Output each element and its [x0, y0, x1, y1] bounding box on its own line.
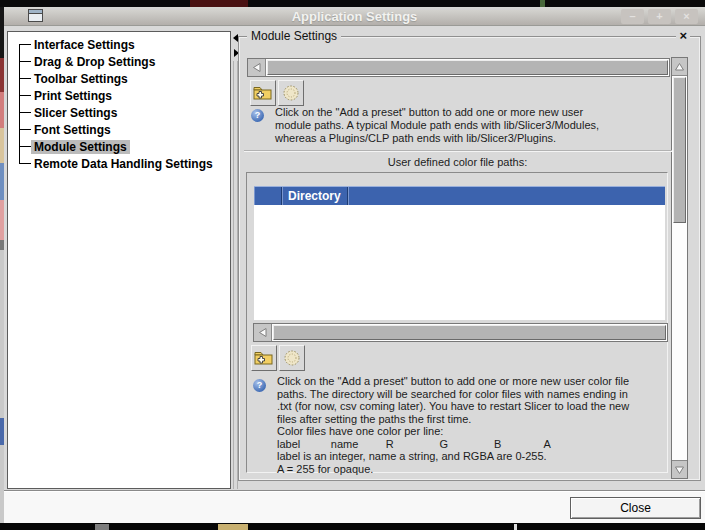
sidebar-item-module-settings[interactable]: Module Settings [8, 138, 230, 155]
settings-tree-panel: Interface Settings Drag & Drop Settings … [7, 31, 231, 489]
table-body-empty[interactable] [254, 205, 665, 320]
delete-color-path-button[interactable] [279, 345, 305, 371]
sidebar-item-print-settings[interactable]: Print Settings [8, 87, 230, 104]
delete-module-path-button[interactable] [278, 80, 304, 106]
sidebar-item-font-settings[interactable]: Font Settings [8, 121, 230, 138]
background-bottom-strip [0, 523, 705, 530]
close-button[interactable]: Close [570, 497, 701, 519]
dotted-sphere-icon [283, 349, 301, 367]
scroll-left-icon[interactable] [254, 324, 272, 341]
scroll-left-icon[interactable] [248, 59, 266, 76]
vertical-scroll-thumb[interactable] [673, 77, 686, 223]
dialog-footer: Close [4, 490, 705, 523]
titlebar[interactable]: Application Settings – + × [4, 7, 705, 26]
color-paths-section-label: User defined color file paths: [239, 156, 676, 168]
application-settings-dialog: Application Settings – + × Interface Set… [0, 0, 705, 530]
table-header-index[interactable] [254, 187, 282, 205]
color-paths-horizontal-scrollbar[interactable] [253, 323, 668, 342]
sidebar-item-drag-drop-settings[interactable]: Drag & Drop Settings [8, 53, 230, 70]
horizontal-scroll-thumb[interactable] [267, 60, 668, 75]
section-divider [244, 150, 672, 152]
module-settings-groupbox: Module Settings × [238, 36, 701, 481]
folder-plus-icon [253, 349, 275, 367]
dotted-sphere-icon [282, 84, 300, 102]
table-header-filler [348, 187, 665, 205]
help-icon [251, 109, 264, 122]
color-paths-help-text: Click on the "Add a preset" button to ad… [277, 375, 662, 475]
module-paths-help-text: Click on the "Add a preset" button to ad… [275, 106, 671, 145]
help-icon [253, 379, 266, 392]
color-paths-table: Directory [254, 186, 665, 320]
background-top-strip [0, 0, 705, 7]
sidebar-item-interface-settings[interactable]: Interface Settings [8, 36, 230, 53]
table-header-row: Directory [254, 186, 665, 205]
add-module-path-button[interactable] [250, 80, 276, 106]
minimize-button[interactable]: – [621, 9, 644, 24]
scroll-up-icon[interactable] [672, 58, 687, 76]
add-color-path-button[interactable] [251, 345, 277, 371]
groupbox-close-icon[interactable]: × [676, 29, 690, 43]
maximize-button[interactable]: + [648, 9, 671, 24]
window-title: Application Settings [4, 9, 705, 24]
color-paths-frame: Directory [246, 172, 668, 473]
module-paths-horizontal-scrollbar[interactable] [247, 58, 670, 77]
horizontal-scroll-thumb[interactable] [273, 325, 666, 340]
background-left-strip [0, 7, 4, 530]
folder-plus-icon [252, 84, 274, 102]
table-header-directory[interactable]: Directory [282, 187, 348, 205]
sidebar-item-remote-data-handling-settings[interactable]: Remote Data Handling Settings [8, 155, 230, 172]
sidebar-item-toolbar-settings[interactable]: Toolbar Settings [8, 70, 230, 87]
scroll-down-icon[interactable] [672, 460, 687, 478]
sidebar-item-slicer-settings[interactable]: Slicer Settings [8, 104, 230, 121]
close-window-button[interactable]: × [675, 9, 698, 24]
panel-vertical-scrollbar[interactable] [671, 57, 688, 479]
groupbox-title: Module Settings [247, 29, 341, 43]
